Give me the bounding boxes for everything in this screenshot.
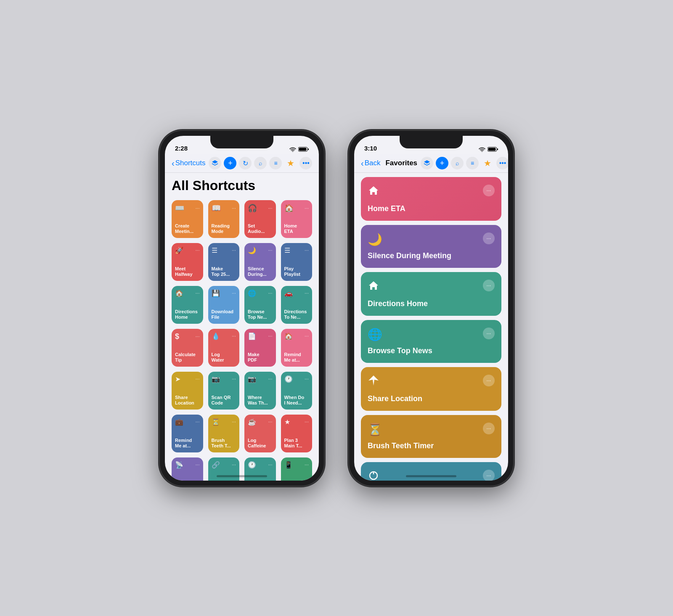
tile-set-audio[interactable]: 🎧 ··· SetAudio... — [244, 200, 276, 238]
back-label-2[interactable]: Back — [365, 159, 381, 167]
tile-dots-21[interactable]: ··· — [195, 419, 199, 425]
tile-label-log-water: LogWater — [212, 352, 224, 363]
nav-back-1[interactable]: ‹ Shortcuts — [172, 159, 205, 168]
tile-make-top25[interactable]: ☰ ··· MakeTop 25... — [208, 243, 240, 281]
fav-dots-5[interactable]: ··· — [483, 375, 495, 386]
tile-dots-14[interactable]: ··· — [232, 333, 236, 339]
search-btn-2[interactable]: ⌕ — [451, 157, 464, 169]
fav-dots-1[interactable]: ··· — [483, 185, 495, 196]
add-btn-2[interactable]: + — [436, 157, 448, 169]
add-btn[interactable]: + — [224, 157, 236, 169]
screen-content-1[interactable]: All Shortcuts ⌨️ ··· CreateMeetin... 📖 ·… — [165, 173, 319, 481]
star-btn-2[interactable]: ★ — [481, 157, 494, 169]
layers-btn-2[interactable] — [421, 157, 433, 169]
tile-dots-1[interactable]: ··· — [195, 205, 199, 211]
tile-label-silence-during: SilenceDuring... — [248, 266, 267, 277]
fav-silence-during[interactable]: 🌙 ··· Silence During Meeting — [361, 225, 501, 268]
layers-btn[interactable] — [209, 157, 221, 169]
tile-dots-11[interactable]: ··· — [268, 290, 272, 296]
tile-dots-15[interactable]: ··· — [268, 333, 272, 339]
tile-dots-17[interactable]: ··· — [195, 376, 199, 382]
tile-play-playlist[interactable]: ☰ ··· PlayPlaylist — [281, 243, 313, 281]
fav-dots-6[interactable]: ··· — [483, 423, 495, 434]
tile-dots-28[interactable]: ··· — [305, 462, 309, 468]
tile-home-eta[interactable]: 🏠 ··· HomeETA — [281, 200, 313, 238]
tile-create-meeting[interactable]: ⌨️ ··· CreateMeetin... — [172, 200, 203, 238]
tile-dots-18[interactable]: ··· — [232, 376, 236, 382]
tile-meet-halfway[interactable]: 🚀 ··· MeetHalfway — [172, 243, 203, 281]
tile-calculate-tip[interactable]: $ ··· CalculateTip — [172, 329, 203, 367]
tile-dots-7[interactable]: ··· — [268, 247, 272, 253]
tile-log-water[interactable]: 💧 ··· LogWater — [208, 329, 240, 367]
tile-dots-22[interactable]: ··· — [232, 419, 236, 425]
status-icons-2 — [479, 147, 498, 152]
refresh-btn[interactable]: ↻ — [239, 157, 252, 169]
fav-wake-apple-tv[interactable]: ··· Wake Apple TV ⌄ — [361, 462, 501, 481]
tile-dots-4[interactable]: ··· — [305, 205, 309, 211]
tile-when-do-i[interactable]: 🕐 ··· When DoI Need... — [281, 372, 313, 410]
back-chevron-icon-2: ‹ — [361, 159, 364, 168]
search-btn[interactable]: ⌕ — [254, 157, 267, 169]
tile-dots-9[interactable]: ··· — [195, 290, 199, 296]
tile-dots-5[interactable]: ··· — [195, 247, 199, 253]
tile-plan-3-main[interactable]: ★ ··· Plan 3Main T... — [281, 415, 313, 452]
tile-dots-13[interactable]: ··· — [195, 333, 199, 339]
tile-dots-25[interactable]: ··· — [195, 462, 199, 468]
tile-scan-qr[interactable]: 📷 ··· Scan QRCode — [208, 372, 240, 410]
tile-dots-19[interactable]: ··· — [268, 376, 272, 382]
shortcuts-grid: ⌨️ ··· CreateMeetin... 📖 ··· ReadingMode… — [172, 200, 312, 481]
tile-directions-to-ne[interactable]: 🚗 ··· DirectionsTo Ne... — [281, 286, 313, 324]
tile-dots-8[interactable]: ··· — [305, 247, 309, 253]
tile-dots-2[interactable]: ··· — [232, 205, 236, 211]
tile-dots-27[interactable]: ··· — [268, 462, 272, 468]
fav-home-eta[interactable]: ··· Home ETA — [361, 177, 501, 221]
tile-dots-20[interactable]: ··· — [305, 376, 309, 382]
tile-dots-3[interactable]: ··· — [268, 205, 272, 211]
fav-brush-teeth[interactable]: ⏳ ··· Brush Teeth Timer — [361, 415, 501, 458]
tile-dots-6[interactable]: ··· — [232, 247, 236, 253]
tile-remind-me-at[interactable]: 🏠 ··· RemindMe at... — [281, 329, 313, 367]
tile-dots-26[interactable]: ··· — [232, 462, 236, 468]
tile-top-stories[interactable]: 📡 ··· TopStories... — [172, 457, 203, 481]
favorites-list[interactable]: ··· Home ETA 🌙 ··· Silence During Meetin… — [354, 173, 508, 481]
fav-dots-3[interactable]: ··· — [483, 280, 495, 291]
more-btn-1[interactable]: ••• — [299, 157, 312, 169]
star-btn[interactable]: ★ — [284, 157, 297, 169]
fav-dots-2[interactable]: ··· — [483, 233, 495, 244]
nav-back-2[interactable]: ‹ Back — [361, 159, 380, 168]
filter-btn-2[interactable]: ≡ — [466, 157, 479, 169]
tile-log-caffeine[interactable]: ☕ ··· LogCaffeine — [244, 415, 276, 452]
tile-silence-during[interactable]: 🌙 ··· SilenceDuring... — [244, 243, 276, 281]
back-label[interactable]: Shortcuts — [175, 159, 206, 167]
tile-icon-clock-2: 🕐 — [248, 461, 256, 469]
fav-directions-home[interactable]: ··· Directions Home — [361, 272, 501, 316]
tile-dots-24[interactable]: ··· — [305, 419, 309, 425]
tile-brush-teeth[interactable]: ⏳ ··· BrushTeeth T... — [208, 415, 240, 452]
filter-btn[interactable]: ≡ — [269, 157, 282, 169]
tile-dots-12[interactable]: ··· — [305, 290, 309, 296]
more-btn-2[interactable]: ••• — [496, 157, 508, 169]
fav-dots-7[interactable]: ··· — [483, 470, 495, 481]
tile-where-was-th[interactable]: 📷 ··· WhereWas Th... — [244, 372, 276, 410]
fav-dots-4[interactable]: ··· — [483, 328, 495, 339]
tile-dots-16[interactable]: ··· — [305, 333, 309, 339]
svg-point-0 — [292, 151, 293, 152]
tile-dots-10[interactable]: ··· — [232, 290, 236, 296]
tile-download-file[interactable]: 💾 ··· DownloadFile — [208, 286, 240, 324]
tile-remind-me-at2[interactable]: 💼 ··· RemindMe at... — [172, 415, 203, 452]
fav-icon-power — [368, 470, 379, 481]
fav-share-location[interactable]: ··· Share Location — [361, 367, 501, 411]
tile-dots-23[interactable]: ··· — [268, 419, 272, 425]
search-icon: ⌕ — [259, 160, 262, 167]
tile-label-set-audio: SetAudio... — [248, 223, 265, 234]
tile-directions-home[interactable]: 🏠 ··· DirectionsHome — [172, 286, 203, 324]
tile-browse-top-news[interactable]: 🌐 ··· BrowseTop Ne... — [244, 286, 276, 324]
tile-make-pdf[interactable]: 📄 ··· MakePDF — [244, 329, 276, 367]
tile-icon-home-3: 🏠 — [284, 332, 293, 340]
fav-browse-top-news[interactable]: 🌐 ··· Browse Top News — [361, 320, 501, 363]
tile-reading-mode[interactable]: 📖 ··· ReadingMode — [208, 200, 240, 238]
tile-share-location[interactable]: ➤ ··· ShareLocation — [172, 372, 203, 410]
tile-open-app-on[interactable]: 📱 ··· OpenApp on... — [281, 457, 313, 481]
svg-rect-3 — [299, 148, 307, 151]
tile-icon-location: ➤ — [175, 375, 180, 383]
